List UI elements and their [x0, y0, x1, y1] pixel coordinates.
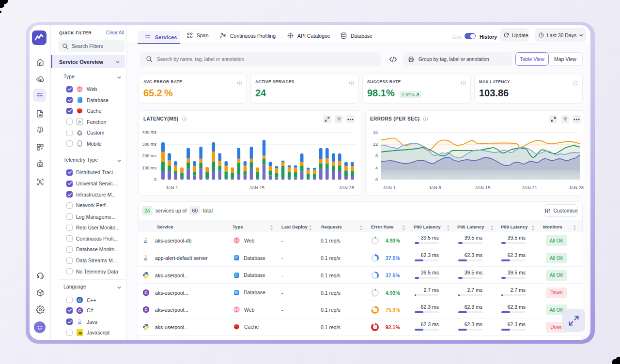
svg-text:JS: JS	[78, 332, 82, 335]
svg-text:C: C	[144, 290, 147, 295]
svg-text:C: C	[78, 308, 81, 313]
svg-text:C: C	[78, 298, 81, 303]
svg-text:fx: fx	[78, 120, 81, 124]
svg-text:C: C	[144, 307, 147, 312]
